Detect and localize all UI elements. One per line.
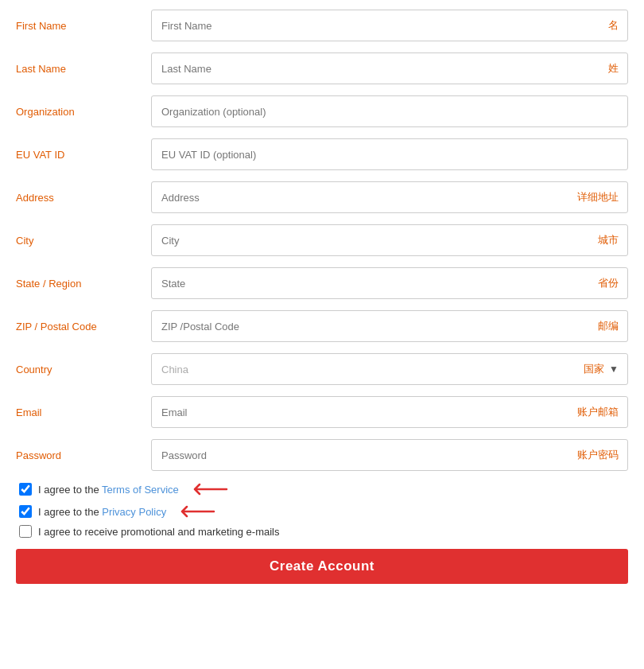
country-row: Country ChinaUnited StatesUnited Kingdom…: [16, 352, 628, 387]
create-account-button[interactable]: Create Account: [16, 549, 628, 584]
tos-checkbox-arrow-icon: [187, 480, 231, 498]
privacy-checkbox-link[interactable]: Privacy Policy: [102, 506, 166, 518]
city-input-wrap: 城市: [151, 224, 628, 256]
promo-checkbox-row: I agree to receive promotional and marke…: [16, 525, 628, 538]
address-row: Address详细地址: [16, 180, 628, 215]
state-label: State / Region: [16, 278, 151, 290]
last-name-row: Last Name姓: [16, 51, 628, 86]
organization-label: Organization: [16, 106, 151, 118]
email-input-wrap: 账户邮箱: [151, 396, 628, 428]
last-name-input-wrap: 姓: [151, 53, 628, 84]
country-input-wrap: ChinaUnited StatesUnited KingdomGermanyF…: [151, 353, 628, 385]
organization-input-wrap: [151, 95, 628, 127]
zip-label: ZIP / Postal Code: [16, 321, 151, 333]
address-label: Address: [16, 192, 151, 204]
zip-input[interactable]: [151, 310, 628, 342]
country-label: Country: [16, 364, 151, 375]
last-name-input[interactable]: [151, 53, 628, 84]
submit-wrap: Create Account: [16, 549, 628, 584]
city-row: City城市: [16, 223, 628, 258]
zip-row: ZIP / Postal Code邮编: [16, 309, 628, 344]
email-row: Email 账户邮箱: [16, 395, 628, 430]
state-input[interactable]: [151, 267, 628, 299]
privacy-checkbox-arrow-icon: [174, 503, 218, 520]
password-input-wrap: 账户密码: [151, 439, 628, 471]
password-input[interactable]: [151, 439, 628, 471]
first-name-input-wrap: 名: [151, 10, 628, 41]
organization-input[interactable]: [151, 95, 628, 127]
first-name-label: First Name: [16, 20, 151, 32]
last-name-label: Last Name: [16, 63, 151, 75]
tos-checkbox-link[interactable]: Terms of Service: [102, 484, 179, 496]
state-row: State / Region省份: [16, 266, 628, 301]
tos-checkbox-row: I agree to the Terms of Service: [16, 480, 628, 498]
first-name-input[interactable]: [151, 10, 628, 41]
eu-vat-id-row: EU VAT ID: [16, 137, 628, 172]
eu-vat-id-input-wrap: [151, 138, 628, 170]
address-input[interactable]: [151, 181, 628, 213]
email-input[interactable]: [151, 396, 628, 428]
eu-vat-id-input[interactable]: [151, 138, 628, 170]
tos-checkbox-label[interactable]: I agree to the Terms of Service: [38, 484, 179, 496]
tos-checkbox[interactable]: [19, 483, 32, 496]
eu-vat-id-label: EU VAT ID: [16, 149, 151, 161]
promo-checkbox-label[interactable]: I agree to receive promotional and marke…: [38, 526, 279, 538]
city-label: City: [16, 235, 151, 247]
privacy-checkbox[interactable]: [19, 505, 32, 518]
promo-checkbox[interactable]: [19, 525, 32, 538]
first-name-row: First Name名: [16, 8, 628, 43]
country-select[interactable]: ChinaUnited StatesUnited KingdomGermanyF…: [151, 353, 628, 385]
state-input-wrap: 省份: [151, 267, 628, 299]
privacy-checkbox-row: I agree to the Privacy Policy: [16, 503, 628, 520]
address-input-wrap: 详细地址: [151, 181, 628, 213]
email-label: Email: [16, 406, 151, 418]
password-row: Password 账户密码: [16, 438, 628, 473]
city-input[interactable]: [151, 224, 628, 256]
registration-form: First Name名Last Name姓OrganizationEU VAT …: [0, 0, 644, 600]
zip-input-wrap: 邮编: [151, 310, 628, 342]
password-label: Password: [16, 449, 151, 461]
privacy-checkbox-label[interactable]: I agree to the Privacy Policy: [38, 506, 166, 518]
organization-row: Organization: [16, 94, 628, 129]
